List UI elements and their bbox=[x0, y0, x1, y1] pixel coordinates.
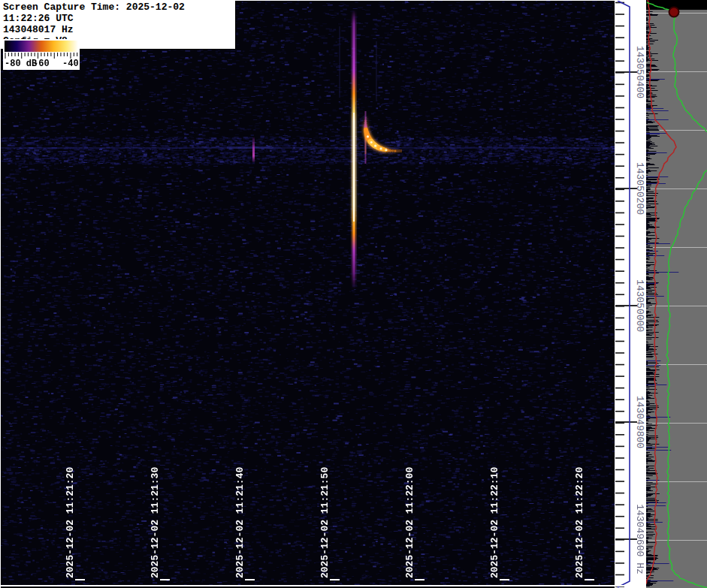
colorbar-label-mid: -60 bbox=[33, 59, 50, 69]
freq-label: 143049600 Hz bbox=[634, 504, 645, 574]
time-tick bbox=[160, 579, 170, 580]
time-label: 2025-12-02 11:21:40 bbox=[235, 467, 245, 578]
time-tick bbox=[415, 579, 425, 580]
colorbar-label-max: -40 bbox=[62, 59, 79, 69]
top-border bbox=[0, 0, 646, 1]
frequency-axis: 1430504001430502001430500001430498001430… bbox=[615, 0, 646, 588]
spectrogram-screen-capture: 2025-12-02 11:21:102025-12-02 11:21:2020… bbox=[0, 0, 707, 588]
time-tick bbox=[585, 579, 594, 580]
time-tick bbox=[75, 579, 85, 580]
time-label: 2025-12-02 11:21:30 bbox=[150, 467, 160, 578]
time-label: 2025-12-02 11:22:00 bbox=[405, 467, 415, 578]
capture-time-text: Screen Capture Time: 2025-12-02 11:22:26… bbox=[3, 2, 232, 24]
frequency-text: 143048017 Hz bbox=[3, 24, 232, 35]
freq-label: 143050400 bbox=[634, 46, 645, 98]
colorbar-gradient bbox=[5, 41, 78, 52]
freq-label: 143050200 bbox=[634, 162, 645, 215]
time-label: 2025-12-02 11:21:50 bbox=[320, 467, 330, 578]
spectrum-side-panel bbox=[646, 0, 707, 588]
time-tick bbox=[500, 579, 509, 580]
time-label: 2025-12-02 11:21:20 bbox=[65, 467, 75, 578]
freq-label: 143049800 bbox=[634, 396, 645, 448]
time-label: 2025-12-02 11:22:10 bbox=[490, 467, 500, 578]
colorbar-legend: -80 dB -60 -40 bbox=[3, 39, 80, 70]
time-tick bbox=[245, 579, 255, 580]
time-tick bbox=[330, 579, 340, 580]
spectrogram-waterfall bbox=[0, 0, 615, 588]
colorbar-label-min: -80 dB bbox=[5, 59, 37, 69]
time-label: 2025-12-02 11:22:20 bbox=[575, 467, 585, 578]
bottom-border bbox=[0, 585, 646, 586]
freq-label: 143050000 bbox=[634, 279, 645, 332]
left-border bbox=[0, 0, 1, 588]
